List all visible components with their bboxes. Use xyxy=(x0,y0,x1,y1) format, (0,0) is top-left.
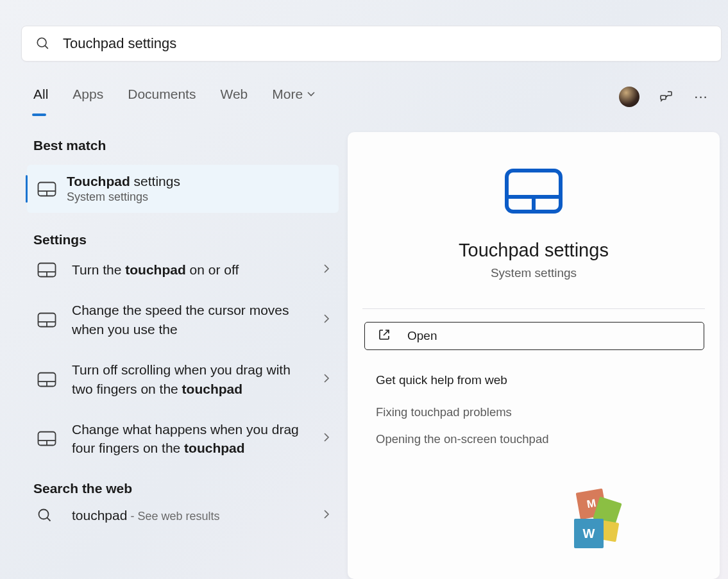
search-bar[interactable]: Touchpad settings xyxy=(21,26,722,62)
web-search-item[interactable]: touchpad - See web results xyxy=(27,508,339,523)
svg-point-17 xyxy=(39,509,49,519)
search-web-header: Search the web xyxy=(33,481,339,496)
preview-subtitle: System settings xyxy=(364,266,703,280)
tab-more[interactable]: More xyxy=(272,87,316,108)
open-external-icon xyxy=(378,328,391,344)
settings-item-text: Change the speed the cursor moves when y… xyxy=(72,301,308,339)
preview-pane: Touchpad settings System settings Open G… xyxy=(348,132,720,579)
settings-item-text: Turn off scrolling when you drag with tw… xyxy=(72,360,308,398)
tab-documents[interactable]: Documents xyxy=(128,87,196,108)
search-icon xyxy=(37,508,56,523)
search-icon xyxy=(36,37,50,51)
touchpad-icon xyxy=(37,431,56,446)
settings-item[interactable]: Change what happens when you drag four f… xyxy=(27,419,339,459)
web-search-text: touchpad - See web results xyxy=(72,508,308,523)
open-button-label: Open xyxy=(407,329,437,343)
more-options-icon[interactable]: ··· xyxy=(693,89,709,105)
settings-item[interactable]: Turn off scrolling when you drag with tw… xyxy=(27,359,339,399)
svg-line-22 xyxy=(384,330,389,335)
tab-all[interactable]: All xyxy=(33,87,48,108)
chevron-right-icon xyxy=(323,432,330,445)
touchpad-icon xyxy=(37,372,56,387)
best-match-title: Touchpad settings xyxy=(67,174,180,189)
help-link[interactable]: Opening the on-screen touchpad xyxy=(376,432,703,446)
tab-more-label: More xyxy=(272,87,303,102)
help-link[interactable]: Fixing touchpad problems xyxy=(376,405,703,419)
svg-line-1 xyxy=(45,46,48,49)
results-column: Best match Touchpad settings System sett… xyxy=(27,138,339,523)
settings-item-text: Change what happens when you drag four f… xyxy=(72,420,308,458)
search-web-section: Search the web touchpad - See web result… xyxy=(27,481,339,523)
svg-line-18 xyxy=(47,517,50,521)
touchpad-icon xyxy=(37,181,56,197)
best-match-header: Best match xyxy=(33,138,339,153)
svg-point-0 xyxy=(37,38,46,47)
chevron-down-icon xyxy=(307,91,316,97)
best-match-text: Touchpad settings System settings xyxy=(67,174,180,204)
tabs-right-actions: ··· xyxy=(619,87,709,107)
preview-title: Touchpad settings xyxy=(364,240,703,261)
touchpad-icon xyxy=(37,262,56,278)
settings-list: Turn the touchpad on or off Change the s… xyxy=(27,259,339,459)
filter-tabs: All Apps Documents Web More ··· xyxy=(33,87,709,108)
chevron-right-icon xyxy=(323,264,330,276)
quick-help-header: Get quick help from web xyxy=(376,373,703,387)
chat-icon[interactable] xyxy=(659,89,674,105)
tab-web[interactable]: Web xyxy=(220,87,248,108)
best-match-result[interactable]: Touchpad settings System settings xyxy=(27,165,339,213)
settings-item[interactable]: Change the speed the cursor moves when y… xyxy=(27,299,339,340)
settings-item[interactable]: Turn the touchpad on or off xyxy=(27,259,339,280)
tab-apps[interactable]: Apps xyxy=(72,87,103,108)
settings-item-text: Turn the touchpad on or off xyxy=(72,260,308,279)
open-button[interactable]: Open xyxy=(364,322,704,350)
preview-touchpad-icon xyxy=(504,168,563,214)
chevron-right-icon xyxy=(323,373,330,386)
touchpad-icon xyxy=(37,312,56,328)
user-avatar[interactable] xyxy=(619,87,639,107)
best-match-subtitle: System settings xyxy=(67,190,180,204)
chevron-right-icon xyxy=(323,314,330,326)
settings-header: Settings xyxy=(33,232,339,248)
divider xyxy=(362,308,705,309)
watermark-logo: M W xyxy=(574,491,619,548)
search-query-text: Touchpad settings xyxy=(63,35,707,52)
chevron-right-icon xyxy=(323,509,330,522)
